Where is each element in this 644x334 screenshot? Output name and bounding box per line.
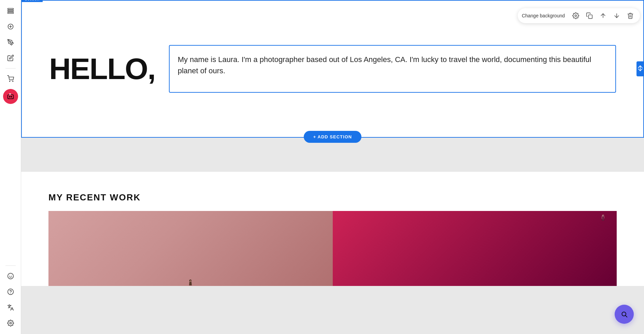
work-grid [48, 211, 617, 286]
svg-point-36 [603, 216, 603, 216]
svg-line-39 [626, 316, 627, 317]
add-section-row: + ADD SECTION [21, 138, 644, 155]
recent-work-title: MY RECENT WORK [48, 192, 617, 203]
svg-point-7 [9, 81, 10, 82]
svg-point-37 [603, 216, 604, 216]
change-bg-label[interactable]: Change background [522, 13, 565, 18]
sidebar-bottom [4, 264, 17, 330]
hero-description: My name is Laura. I'm a photographer bas… [178, 54, 607, 76]
move-up-toolbar-btn[interactable] [598, 10, 609, 21]
hero-section: Section Change background HELLO, [21, 0, 644, 138]
translate-icon[interactable] [4, 301, 17, 314]
sidebar-divider-2 [5, 265, 16, 266]
help-icon[interactable] [4, 285, 17, 299]
svg-point-17 [10, 322, 11, 324]
settings-icon[interactable] [4, 316, 17, 330]
search-fab-button[interactable] [615, 305, 634, 324]
hero-title[interactable]: HELLO, [49, 54, 155, 84]
ai-assistant-button[interactable] [3, 89, 18, 104]
svg-point-8 [12, 81, 13, 82]
settings-toolbar-btn[interactable] [570, 10, 581, 21]
move-down-toolbar-btn[interactable] [611, 10, 622, 21]
layers-icon[interactable] [4, 4, 17, 18]
svg-point-11 [11, 96, 12, 97]
main-canvas: Section Change background HELLO, [21, 0, 644, 334]
hero-text-box[interactable]: My name is Laura. I'm a photographer bas… [169, 45, 616, 93]
left-sidebar [0, 0, 21, 334]
add-section-button[interactable]: + ADD SECTION [304, 131, 361, 143]
section-toolbar: Change background [518, 8, 640, 23]
svg-rect-0 [8, 9, 13, 10]
add-element-icon[interactable] [4, 20, 17, 33]
svg-rect-19 [589, 15, 592, 19]
svg-point-10 [9, 96, 10, 97]
work-photo-right [333, 211, 617, 286]
cart-icon[interactable] [4, 72, 17, 86]
svg-rect-1 [8, 10, 13, 11]
emoji-icon[interactable] [4, 269, 17, 283]
section-label: Section [21, 0, 43, 2]
svg-point-28 [190, 280, 190, 281]
recent-work-section: MY RECENT WORK [21, 172, 644, 286]
svg-point-6 [10, 42, 11, 43]
svg-point-18 [575, 15, 577, 17]
pen-tool-icon[interactable] [4, 35, 17, 49]
edit-icon[interactable] [4, 51, 17, 65]
section-resize-handle[interactable] [636, 61, 644, 76]
sidebar-divider [5, 68, 16, 69]
svg-point-12 [8, 273, 13, 279]
svg-rect-2 [8, 12, 13, 13]
work-photo-left [48, 211, 333, 286]
delete-toolbar-btn[interactable] [625, 10, 636, 21]
duplicate-toolbar-btn[interactable] [584, 10, 595, 21]
